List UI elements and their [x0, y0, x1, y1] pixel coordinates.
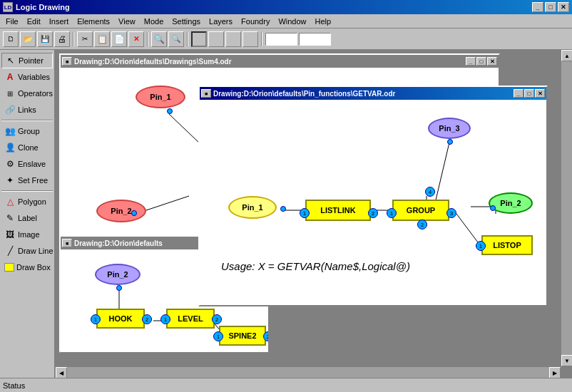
getvar-pin2[interactable]: Pin_2: [489, 192, 533, 214]
close-btn[interactable]: ✕: [558, 2, 569, 12]
getvar-pin3[interactable]: Pin_3: [428, 118, 471, 139]
menu-elements[interactable]: Elements: [73, 16, 114, 27]
menu-file[interactable]: File: [1, 16, 23, 27]
main-area: ↖ Pointer A Variables ⊞ Operators 🔗 Link…: [0, 50, 572, 378]
scrollbar-horizontal[interactable]: ◀ ▶: [56, 366, 561, 378]
listlink-port1: 1: [300, 208, 310, 218]
tool-label[interactable]: ✎ Label: [1, 210, 53, 226]
window-getvar-max[interactable]: □: [524, 89, 534, 98]
window-sum4-min[interactable]: _: [466, 57, 476, 66]
tool-draw-line[interactable]: ╱ Draw Line: [1, 243, 53, 259]
window-getvar-controls: _ □ ✕: [514, 89, 545, 98]
menu-bar: File Edit Insert Elements View Mode Sett…: [0, 14, 572, 29]
group-port3: 3: [446, 208, 456, 218]
tb-print[interactable]: 🖨: [54, 31, 70, 47]
window-third-icon[interactable]: ■: [62, 239, 72, 247]
tb-b3[interactable]: [225, 31, 241, 47]
sum4-pin1[interactable]: Pin_1: [136, 86, 185, 108]
tool-image[interactable]: 🖼 Image: [1, 227, 53, 242]
tool-polygon[interactable]: △ Polygon: [1, 194, 53, 210]
getvar-group[interactable]: GROUP: [392, 200, 449, 221]
scroll-left-btn[interactable]: ◀: [56, 367, 67, 378]
tb-b1[interactable]: [191, 31, 207, 47]
menu-window[interactable]: Window: [274, 16, 310, 27]
window-sum4-close[interactable]: ✕: [487, 57, 497, 66]
menu-edit[interactable]: Edit: [23, 16, 45, 27]
status-text: Status: [3, 381, 25, 390]
scroll-up-btn[interactable]: ▲: [561, 50, 572, 61]
scroll-h-track[interactable]: [67, 367, 549, 378]
tb-save[interactable]: 💾: [37, 31, 53, 47]
menu-view[interactable]: View: [114, 16, 140, 27]
scrollbar-vertical[interactable]: ▲ ▼: [561, 50, 572, 366]
window-sum4-max[interactable]: □: [476, 57, 486, 66]
tb-new[interactable]: 🗋: [3, 31, 19, 47]
window-getvar[interactable]: ■ Drawing:D:\Orion\defaults\Pin_function…: [198, 86, 548, 306]
getvar-pin1[interactable]: Pin_1: [228, 196, 277, 219]
title-bar: LD Logic Drawing _ □ ✕: [0, 0, 572, 14]
window-getvar-canvas[interactable]: Pin_1 Pin_3 Pin_2 LISTLINK 1: [200, 100, 546, 305]
group-icon: 👥: [4, 125, 16, 137]
third-hook[interactable]: HOOK: [96, 309, 145, 329]
tool-variables[interactable]: A Variables: [1, 69, 53, 85]
tb-zoom-out[interactable]: 🔍: [168, 31, 184, 47]
third-pin2[interactable]: Pin_2: [95, 264, 141, 285]
scroll-v-track[interactable]: [561, 61, 572, 355]
tool-group[interactable]: 👥 Group: [1, 123, 53, 139]
menu-mode[interactable]: Mode: [140, 16, 168, 27]
third-level[interactable]: LEVEL: [166, 309, 215, 329]
group-port2: 2: [417, 220, 427, 229]
window-sum4-icon[interactable]: ■: [62, 57, 72, 66]
tb-sep4: [261, 32, 262, 46]
draw-line-icon: ╱: [4, 245, 16, 257]
tool-pointer[interactable]: ↖ Pointer: [1, 53, 53, 68]
level-port2: 2: [212, 314, 222, 324]
tb-input2[interactable]: [299, 33, 331, 46]
window-getvar-close[interactable]: ✕: [535, 89, 545, 98]
window-sum4-titlebar: ■ Drawing:D:\Orion\defaults\Drawings\Sum…: [61, 55, 499, 68]
getvar-listlink[interactable]: LISTLINK: [305, 200, 371, 221]
menu-settings[interactable]: Settings: [168, 16, 205, 27]
links-icon: 🔗: [4, 104, 16, 115]
tb-b2[interactable]: [208, 31, 224, 47]
tool-clone[interactable]: 👤 Clone: [1, 140, 53, 155]
third-spine2[interactable]: SPINE2: [219, 326, 266, 346]
tb-paste[interactable]: 📄: [111, 31, 127, 47]
menu-insert[interactable]: Insert: [45, 16, 73, 27]
scroll-down-btn[interactable]: ▼: [561, 355, 572, 366]
minimize-btn[interactable]: _: [532, 2, 543, 12]
tb-zoom-in[interactable]: 🔍: [151, 31, 167, 47]
set-free-icon: ✦: [4, 175, 16, 186]
tb-sep1: [73, 32, 74, 46]
tb-cut[interactable]: ✂: [77, 31, 93, 47]
tb-delete[interactable]: ✕: [128, 31, 144, 47]
tb-b4[interactable]: [242, 31, 258, 47]
spine2-port2: 2: [263, 331, 268, 341]
menu-help[interactable]: Help: [311, 16, 336, 27]
tool-operators[interactable]: ⊞ Operators: [1, 86, 53, 101]
menu-layers[interactable]: Layers: [205, 16, 237, 27]
tool-links-label: Links: [18, 105, 36, 114]
status-bar: Status: [0, 378, 572, 392]
sum4-pin2[interactable]: Pin_2: [96, 200, 146, 222]
image-icon: 🖼: [4, 229, 16, 240]
tool-image-label: Image: [18, 230, 40, 239]
maximize-btn[interactable]: □: [545, 2, 556, 12]
tb-copy[interactable]: 📋: [94, 31, 110, 47]
tool-enslave[interactable]: ⚙ Enslave: [1, 156, 53, 172]
tool-draw-box[interactable]: Draw Box: [1, 259, 53, 275]
tb-input1[interactable]: [265, 33, 297, 46]
tool-links[interactable]: 🔗 Links: [1, 102, 53, 118]
window-getvar-min[interactable]: _: [514, 89, 524, 98]
tool-enslave-label: Enslave: [18, 160, 46, 168]
group-port1: 1: [387, 208, 397, 218]
tb-open[interactable]: 📂: [20, 31, 36, 47]
scroll-right-btn[interactable]: ▶: [549, 367, 561, 378]
getvar-listop[interactable]: LISTOP: [481, 235, 533, 255]
tool-group-label: Group: [18, 127, 40, 135]
canvas-area[interactable]: ■ Drawing:D:\Orion\defaults\Drawings\Sum…: [56, 50, 572, 378]
tb-sep3: [187, 32, 188, 46]
menu-foundry[interactable]: Foundry: [237, 16, 274, 27]
window-getvar-icon[interactable]: ■: [201, 89, 211, 98]
tool-set-free[interactable]: ✦ Set Free: [1, 172, 53, 188]
